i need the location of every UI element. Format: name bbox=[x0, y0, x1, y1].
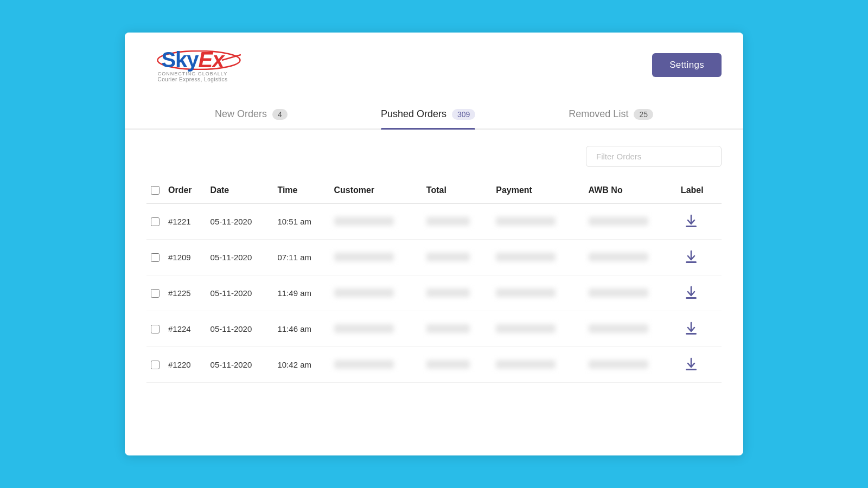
logo-wordmark: SkyEx bbox=[161, 48, 224, 72]
tab-new-orders[interactable]: New Orders 4 bbox=[215, 99, 288, 129]
tab-pushed-orders-badge: 309 bbox=[452, 109, 475, 120]
cell-time: 11:46 am bbox=[277, 311, 334, 347]
orders-table: Order Date Time Customer Total Payment A… bbox=[146, 178, 722, 383]
cell-awb bbox=[589, 311, 681, 347]
col-payment: Payment bbox=[496, 178, 588, 203]
cell-order: #1221 bbox=[168, 203, 210, 240]
col-time: Time bbox=[277, 178, 334, 203]
select-all-checkbox-cell bbox=[149, 186, 162, 195]
tab-pushed-orders-label: Pushed Orders bbox=[381, 108, 446, 120]
table-row: #122505-11-202011:49 am bbox=[146, 275, 722, 311]
download-label-button[interactable] bbox=[681, 213, 701, 230]
cell-payment bbox=[496, 203, 588, 240]
content-area: Order Date Time Customer Total Payment A… bbox=[125, 130, 743, 399]
cell-label bbox=[681, 347, 722, 383]
col-label: Label bbox=[681, 178, 722, 203]
row-checkbox[interactable] bbox=[151, 289, 159, 298]
row-checkbox[interactable] bbox=[151, 253, 159, 262]
cell-date: 05-11-2020 bbox=[210, 275, 278, 311]
row-checkbox[interactable] bbox=[151, 361, 159, 369]
cell-customer bbox=[334, 275, 426, 311]
header: SkyEx CONNECTING GLOBALLY Courier Expres… bbox=[125, 33, 743, 93]
download-icon bbox=[684, 357, 698, 372]
tab-pushed-orders[interactable]: Pushed Orders 309 bbox=[381, 99, 475, 129]
cell-payment bbox=[496, 311, 588, 347]
select-all-checkbox[interactable] bbox=[151, 186, 159, 195]
tab-new-orders-badge: 4 bbox=[272, 109, 288, 120]
cell-date: 05-11-2020 bbox=[210, 347, 278, 383]
main-card: SkyEx CONNECTING GLOBALLY Courier Expres… bbox=[125, 33, 743, 455]
tab-removed-list-label: Removed List bbox=[569, 108, 628, 120]
filter-row bbox=[146, 146, 722, 167]
cell-awb bbox=[589, 203, 681, 240]
row-checkbox[interactable] bbox=[151, 325, 159, 333]
table-header-row: Order Date Time Customer Total Payment A… bbox=[146, 178, 722, 203]
cell-payment bbox=[496, 275, 588, 311]
cell-time: 10:51 am bbox=[277, 203, 334, 240]
table-row: #122105-11-202010:51 am bbox=[146, 203, 722, 240]
cell-awb bbox=[589, 240, 681, 275]
svg-rect-6 bbox=[686, 369, 697, 370]
cell-time: 11:49 am bbox=[277, 275, 334, 311]
col-total: Total bbox=[426, 178, 496, 203]
svg-rect-4 bbox=[686, 297, 697, 299]
cell-awb bbox=[589, 347, 681, 383]
cell-date: 05-11-2020 bbox=[210, 311, 278, 347]
table-row: #120905-11-202007:11 am bbox=[146, 240, 722, 275]
cell-customer bbox=[334, 311, 426, 347]
download-label-button[interactable] bbox=[681, 284, 701, 301]
cell-label bbox=[681, 203, 722, 240]
logo-ex: Ex bbox=[199, 48, 224, 72]
cell-customer bbox=[334, 347, 426, 383]
cell-payment bbox=[496, 240, 588, 275]
download-label-button[interactable] bbox=[681, 320, 701, 337]
cell-order: #1224 bbox=[168, 311, 210, 347]
cell-payment bbox=[496, 347, 588, 383]
download-icon bbox=[684, 321, 698, 336]
download-icon bbox=[684, 214, 698, 229]
table-row: #122005-11-202010:42 am bbox=[146, 347, 722, 383]
orders-table-wrapper: Order Date Time Customer Total Payment A… bbox=[146, 178, 722, 383]
settings-button[interactable]: Settings bbox=[652, 53, 722, 77]
tab-removed-list-badge: 25 bbox=[634, 109, 653, 120]
cell-total bbox=[426, 347, 496, 383]
cell-total bbox=[426, 203, 496, 240]
col-awb: AWB No bbox=[589, 178, 681, 203]
tabs-row: New Orders 4 Pushed Orders 309 Removed L… bbox=[125, 99, 743, 130]
logo-tagline: Courier Express, Logistics bbox=[157, 76, 227, 82]
tab-removed-list[interactable]: Removed List 25 bbox=[569, 99, 653, 129]
cell-date: 05-11-2020 bbox=[210, 240, 278, 275]
cell-customer bbox=[334, 240, 426, 275]
svg-rect-2 bbox=[686, 226, 697, 227]
tab-new-orders-label: New Orders bbox=[215, 108, 267, 120]
col-order: Order bbox=[168, 178, 210, 203]
cell-total bbox=[426, 311, 496, 347]
cell-customer bbox=[334, 203, 426, 240]
svg-rect-5 bbox=[686, 333, 697, 335]
download-icon bbox=[684, 285, 698, 300]
cell-label bbox=[681, 240, 722, 275]
filter-orders-input[interactable] bbox=[586, 146, 722, 167]
logo-sky: Sky bbox=[161, 48, 198, 72]
cell-time: 07:11 am bbox=[277, 240, 334, 275]
cell-total bbox=[426, 275, 496, 311]
download-label-button[interactable] bbox=[681, 248, 701, 266]
download-label-button[interactable] bbox=[681, 356, 701, 373]
logo: SkyEx CONNECTING GLOBALLY Courier Expres… bbox=[146, 48, 239, 82]
cell-time: 10:42 am bbox=[277, 347, 334, 383]
cell-order: #1225 bbox=[168, 275, 210, 311]
download-icon bbox=[684, 249, 698, 265]
cell-awb bbox=[589, 275, 681, 311]
cell-total bbox=[426, 240, 496, 275]
cell-order: #1220 bbox=[168, 347, 210, 383]
cell-date: 05-11-2020 bbox=[210, 203, 278, 240]
cell-label bbox=[681, 311, 722, 347]
cell-label bbox=[681, 275, 722, 311]
cell-order: #1209 bbox=[168, 240, 210, 275]
table-row: #122405-11-202011:46 am bbox=[146, 311, 722, 347]
svg-rect-3 bbox=[686, 261, 697, 263]
col-date: Date bbox=[210, 178, 278, 203]
row-checkbox[interactable] bbox=[151, 217, 159, 226]
col-customer: Customer bbox=[334, 178, 426, 203]
